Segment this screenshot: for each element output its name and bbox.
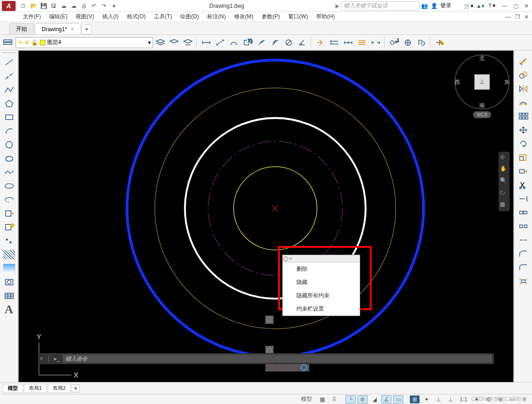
tab-close-icon[interactable]: × — [71, 26, 74, 33]
sb-lwt-icon[interactable]: ⊞ — [410, 395, 420, 404]
center-mark-icon[interactable] — [401, 36, 414, 49]
dim-ordinate-icon[interactable]: xy — [241, 36, 254, 49]
layer-iso-icon[interactable] — [168, 36, 181, 49]
command-input[interactable]: 键入命令 — [63, 355, 492, 363]
move-icon[interactable] — [516, 124, 531, 136]
maximize-icon[interactable]: ▢ — [512, 2, 519, 10]
cmd-close-icon[interactable]: × — [40, 355, 43, 362]
context-menu-hide[interactable]: 隐藏 — [283, 276, 360, 289]
layout-tab-layout1[interactable]: 布局1 — [24, 384, 47, 393]
menu-draw[interactable]: 绘图(D) — [180, 13, 199, 21]
dim-space-icon[interactable] — [356, 36, 368, 49]
context-menu-header[interactable]: × — [283, 255, 360, 262]
menu-edit[interactable]: 编辑(E) — [49, 13, 67, 21]
sb-cycling-icon[interactable]: ⊥ — [433, 395, 444, 404]
offset-icon[interactable] — [516, 96, 531, 109]
sb-scale-label[interactable]: 1:1 — [457, 395, 470, 404]
wcs-badge[interactable]: WCS — [473, 111, 491, 118]
pan-icon[interactable]: ✋ — [500, 165, 508, 174]
dim-continue-icon[interactable] — [342, 36, 355, 49]
tab-add-button[interactable]: + — [82, 24, 92, 34]
layout-tab-layout2[interactable]: 布局2 — [48, 384, 71, 393]
sb-otrack-icon[interactable]: ▭ — [393, 395, 403, 404]
layout-tab-add[interactable]: + — [71, 384, 80, 393]
dim-baseline-icon[interactable] — [328, 36, 341, 49]
fillet-icon[interactable] — [516, 261, 531, 274]
navigation-bar[interactable]: ◎ ✋ 🔍 ⭮ ▦ — [499, 152, 510, 211]
context-menu-settings[interactable]: 约束栏设置 — [283, 302, 360, 316]
erase-icon[interactable] — [516, 55, 531, 68]
dim-angular-icon[interactable] — [296, 36, 309, 49]
close-icon[interactable]: ✕ — [523, 2, 530, 10]
hatch-icon[interactable] — [2, 248, 16, 261]
mtext-icon[interactable]: A — [2, 303, 16, 316]
dim-diameter-icon[interactable] — [282, 36, 295, 49]
dim-linear-icon[interactable] — [200, 36, 213, 49]
layer-prev-icon[interactable] — [181, 36, 194, 49]
polygon-icon[interactable] — [2, 97, 16, 110]
dim-edit-icon[interactable] — [433, 36, 446, 49]
menu-dimension[interactable]: 标注(N) — [207, 13, 226, 21]
zoom-icon[interactable]: 🔍 — [500, 177, 508, 186]
array-icon[interactable] — [516, 110, 531, 123]
menu-view[interactable]: 视图(V) — [76, 13, 94, 21]
polyline-icon[interactable] — [2, 83, 16, 96]
sb-transparency-icon[interactable]: ✦ — [422, 395, 432, 404]
menu-tools[interactable]: 工具(T) — [154, 13, 172, 21]
sb-model-button[interactable]: 模型 — [298, 395, 315, 404]
make-block-icon[interactable] — [2, 221, 16, 234]
cmd-recent-icon[interactable]: ▸_ — [54, 355, 60, 362]
quick-dim-icon[interactable] — [314, 36, 327, 49]
constraint-marker-1[interactable] — [265, 316, 274, 324]
viewcube-west[interactable]: 西 — [455, 78, 460, 86]
chamfer-icon[interactable] — [516, 247, 531, 260]
menu-parametric[interactable]: 参数(P) — [262, 13, 280, 21]
dim-aligned-icon[interactable] — [214, 36, 226, 49]
sb-snap-icon[interactable]: ⠿ — [329, 395, 339, 404]
trim-icon[interactable] — [516, 179, 531, 191]
table-icon[interactable] — [2, 289, 16, 302]
circle-icon[interactable] — [2, 138, 16, 151]
login-button[interactable]: 登录 — [440, 2, 451, 10]
tab-start[interactable]: 开始 — [9, 23, 34, 34]
minimize-icon[interactable]: — — [501, 2, 508, 10]
context-menu-hide-all[interactable]: 隐藏所有约束 — [283, 289, 360, 302]
doc-restore-icon[interactable]: ❐ — [514, 13, 521, 21]
rotate-icon[interactable] — [516, 137, 531, 150]
revcloud-icon[interactable] — [2, 152, 16, 165]
sb-osnap-icon[interactable]: ∠ — [381, 395, 391, 404]
tab-drawing1[interactable]: Drawing1* × — [35, 23, 81, 34]
tolerance-icon[interactable]: .1 — [388, 36, 400, 49]
layer-states-icon[interactable] — [154, 36, 167, 49]
layer-properties-icon[interactable] — [2, 36, 15, 49]
wheel-icon[interactable]: ◎ — [500, 153, 508, 162]
redo-icon[interactable]: ↷ — [100, 2, 108, 10]
menu-insert[interactable]: 插入(I) — [102, 13, 118, 21]
chevron-down-icon[interactable]: ▾ — [148, 39, 151, 46]
insert-block-icon[interactable] — [2, 207, 16, 220]
grip-icon[interactable] — [2, 52, 16, 55]
menu-help[interactable]: 帮助(H) — [316, 13, 335, 21]
ellipse-icon[interactable] — [2, 180, 16, 192]
menu-format[interactable]: 格式(O) — [127, 13, 146, 21]
menu-window[interactable]: 窗口(W) — [288, 13, 308, 21]
showmotion-icon[interactable]: ▦ — [500, 201, 508, 209]
layout-tab-model[interactable]: 模型 — [3, 384, 23, 393]
layer-combo[interactable]: ☀ ❄ 🔓 图层4 ▾ — [16, 37, 153, 48]
explode-icon[interactable] — [516, 275, 531, 288]
dim-radius-icon[interactable] — [255, 36, 268, 49]
break-icon[interactable] — [516, 220, 531, 233]
doc-minimize-icon[interactable]: — — [505, 13, 512, 21]
viewcube-top[interactable]: 上 — [474, 74, 490, 90]
sb-iso-icon[interactable]: ◢ — [369, 395, 379, 404]
viewcube-north[interactable]: 北 — [479, 55, 485, 62]
rectangle-icon[interactable] — [2, 111, 16, 124]
break-point-icon[interactable] — [516, 206, 531, 219]
copy-icon[interactable] — [516, 69, 531, 82]
arc-icon[interactable] — [2, 125, 16, 137]
user-icon[interactable]: 👤 — [431, 3, 438, 9]
qat-dropdown-icon[interactable]: ▾ — [110, 2, 118, 10]
sb-polar-icon[interactable]: ⊘ — [357, 395, 367, 404]
sb-3dsnap-icon[interactable]: ⊥ — [445, 395, 455, 404]
viewcube-east[interactable]: 东 — [504, 78, 510, 86]
